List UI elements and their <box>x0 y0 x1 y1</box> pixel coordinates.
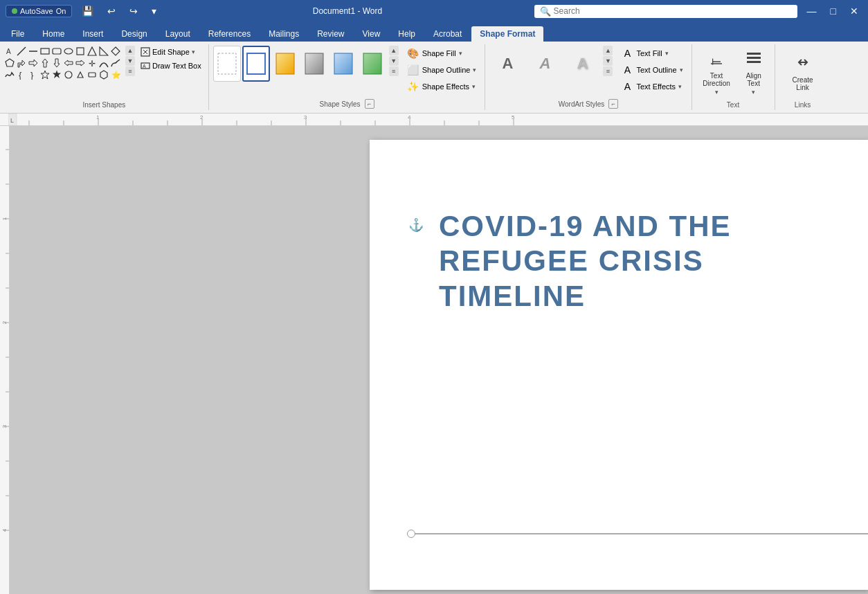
tab-design[interactable]: Design <box>113 26 155 42</box>
tab-shape-format[interactable]: Shape Format <box>471 26 543 42</box>
customize-qat-button[interactable]: ▾ <box>147 4 161 18</box>
shape-rbrace-icon[interactable]: } <box>28 69 39 80</box>
shape-extra3-icon[interactable] <box>87 69 98 80</box>
shape-style-blue[interactable] <box>242 46 270 82</box>
format-shape-dialog-launcher[interactable]: ⌐ <box>365 99 374 109</box>
shape-extra5-icon[interactable]: ⭐ <box>110 69 121 80</box>
shape-4arrow-icon[interactable]: ✛ <box>87 57 98 69</box>
shapes-grid: A ✛ <box>4 46 121 80</box>
ribbon-tabs: File Home Insert Design Layout Reference… <box>0 22 868 42</box>
tab-layout[interactable]: Layout <box>157 26 199 42</box>
shape-pentagon-icon[interactable] <box>4 57 15 69</box>
shape-diamond-icon[interactable] <box>110 46 121 57</box>
tab-references[interactable]: References <box>200 26 259 42</box>
shape-line-icon[interactable] <box>16 46 27 57</box>
shape-star-icon[interactable] <box>39 69 51 80</box>
text-outline-button[interactable]: A Text Outline ▾ <box>617 62 687 78</box>
create-link-button[interactable]: Create Link <box>787 50 819 94</box>
shape-scribble-icon[interactable] <box>4 69 15 80</box>
minimize-button[interactable]: — <box>803 4 821 18</box>
links-group-label: Links <box>795 98 811 109</box>
shape-style-green[interactable] <box>359 46 386 82</box>
shape-extra4-icon[interactable] <box>98 69 109 80</box>
tab-mailings[interactable]: Mailings <box>260 26 307 42</box>
save-button[interactable]: 💾 <box>78 4 98 18</box>
tab-insert[interactable]: Insert <box>74 26 111 42</box>
autosave-button[interactable]: AutoSave On <box>6 5 72 17</box>
shape-uarrow-icon[interactable] <box>39 57 51 69</box>
shape-ellipse-icon[interactable] <box>63 46 74 57</box>
shape-outline-button[interactable]: ⬜ Shape Outline ▾ <box>403 62 481 78</box>
svg-marker-19 <box>41 71 49 79</box>
shape-style-none[interactable] <box>213 46 241 82</box>
shape-darrow-icon[interactable] <box>51 57 62 69</box>
shape-fill-button[interactable]: 🎨 Shape Fill ▾ <box>403 46 481 61</box>
shape-text-icon[interactable]: A <box>4 46 15 57</box>
svg-rect-3 <box>41 48 49 54</box>
shape-bent-arrow-icon[interactable] <box>16 57 27 69</box>
document-page: ⚓ COVID-19 AND THE REFUGEE CRISIS TIMELI… <box>370 140 868 590</box>
shape-rect2-icon[interactable] <box>75 46 86 57</box>
styles-scroll-down[interactable]: ▼ <box>389 56 399 66</box>
svg-text:A: A <box>6 48 11 55</box>
shape-line2-icon[interactable] <box>28 46 39 57</box>
search-input[interactable] <box>554 6 792 16</box>
tab-help[interactable]: Help <box>390 26 424 42</box>
shape-arrow-icon[interactable] <box>28 57 39 69</box>
shape-extra1-icon[interactable] <box>63 69 74 80</box>
shape-style-blue2[interactable] <box>329 46 357 82</box>
draw-text-box-button[interactable]: A Draw Text Box <box>138 60 204 72</box>
shapes-scroll-down[interactable]: ▼ <box>125 56 135 66</box>
shape-rounded-rect-icon[interactable] <box>51 46 62 57</box>
redo-button[interactable]: ↪ <box>125 4 142 18</box>
text-direction-icon: T <box>707 48 726 71</box>
shape-lbrace-icon[interactable]: { <box>16 69 27 80</box>
shape-star2-icon[interactable] <box>51 69 62 80</box>
wordart-style-3[interactable]: A <box>564 46 600 82</box>
tab-home[interactable]: Home <box>34 26 73 42</box>
align-text-button[interactable]: Align Text ▾ <box>739 46 769 98</box>
wordart-scroll-up[interactable]: ▲ <box>603 46 613 55</box>
tab-file[interactable]: File <box>3 26 33 42</box>
shape-style-gray[interactable] <box>300 46 328 82</box>
wordart-dialog-launcher[interactable]: ⌐ <box>608 99 618 109</box>
document-area[interactable]: ⚓ COVID-19 AND THE REFUGEE CRISIS TIMELI… <box>10 126 868 594</box>
tab-acrobat[interactable]: Acrobat <box>425 26 470 42</box>
shape-styles-group-label: Shape Styles ⌐ <box>320 96 374 109</box>
text-fill-button[interactable]: A Text Fill ▾ <box>617 46 687 61</box>
shape-tri-icon[interactable] <box>87 46 98 57</box>
shape-styles-group: ▲ ▼ ≡ 🎨 Shape Fill ▾ ⬜ Shape Outline ▾ ✨… <box>209 44 486 110</box>
close-button[interactable]: ✕ <box>846 4 862 18</box>
shape-rtri-icon[interactable] <box>98 46 109 57</box>
ruler-horizontal: 1 2 3 4 5 L <box>0 114 868 126</box>
shape-style-gold[interactable] <box>271 46 299 82</box>
wordart-style-2[interactable]: A <box>527 46 563 82</box>
tab-review[interactable]: Review <box>309 26 352 42</box>
text-direction-button[interactable]: T Text Direction ▾ <box>697 46 735 98</box>
styles-scroll-up[interactable]: ▲ <box>389 46 399 55</box>
shape-larrow-icon[interactable] <box>63 57 74 69</box>
svg-text:✛: ✛ <box>89 59 96 68</box>
shape-effects-button[interactable]: ✨ Shape Effects ▾ <box>403 79 481 94</box>
shape-styles-scroll: ▲ ▼ ≡ <box>389 46 399 76</box>
shape-extra2-icon[interactable] <box>75 69 86 80</box>
shape-curve-icon[interactable] <box>98 57 109 69</box>
timeline-handle[interactable] <box>407 530 415 538</box>
styles-scroll-more[interactable]: ≡ <box>389 66 399 76</box>
ribbon: A ✛ <box>0 42 868 114</box>
shapes-scroll-more[interactable]: ≡ <box>125 66 135 76</box>
shape-rarrow-icon[interactable] <box>75 57 86 69</box>
maximize-button[interactable]: □ <box>826 4 840 18</box>
tab-view[interactable]: View <box>354 26 389 42</box>
shape-fill-label: Shape Fill <box>422 49 456 57</box>
text-effects-button[interactable]: A Text Effects ▾ <box>617 79 687 94</box>
wordart-style-1[interactable]: A <box>489 46 525 82</box>
shapes-scroll-up[interactable]: ▲ <box>125 46 135 55</box>
shape-rect-icon[interactable] <box>39 46 51 57</box>
wordart-properties-buttons: A Text Fill ▾ A Text Outline ▾ A Text Ef… <box>617 46 687 94</box>
wordart-scroll-down[interactable]: ▼ <box>603 56 613 66</box>
undo-button[interactable]: ↩ <box>103 4 120 18</box>
edit-shape-button[interactable]: Edit Shape ▾ <box>138 46 204 58</box>
shape-freeform-icon[interactable] <box>110 57 121 69</box>
wordart-scroll-more[interactable]: ≡ <box>603 66 613 76</box>
